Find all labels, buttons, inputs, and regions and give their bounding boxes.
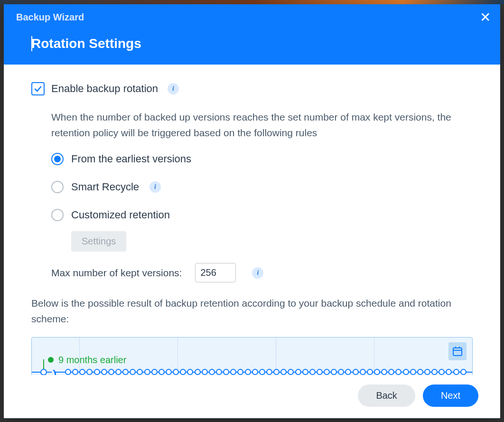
timeline-dot xyxy=(144,369,150,375)
timeline-dot xyxy=(374,369,380,375)
timeline-dot xyxy=(302,369,308,375)
timeline-dot xyxy=(202,369,208,375)
timeline-dot xyxy=(367,369,373,375)
radio-custom-label: Customized retention xyxy=(71,207,170,223)
max-versions-input[interactable] xyxy=(195,263,236,282)
timeline-dot xyxy=(280,369,287,375)
timeline-dot xyxy=(424,369,430,375)
timeline-dot xyxy=(353,369,359,375)
page-title: Rotation Settings xyxy=(4,23,500,65)
timeline-dot xyxy=(101,369,107,375)
timeline-dots xyxy=(65,369,467,375)
timeline-dot xyxy=(331,369,337,375)
max-versions-label: Max number of kept versions: xyxy=(51,265,182,281)
next-button[interactable]: Next xyxy=(423,384,478,407)
radio-earliest-label: From the earliest versions xyxy=(71,151,191,167)
timeline-dot xyxy=(245,369,251,375)
enable-checkbox[interactable] xyxy=(31,82,45,95)
timeline-dot xyxy=(137,369,143,375)
radio-smart-label: Smart Recycle xyxy=(71,179,139,195)
timeline-start-text: 9 months earlier xyxy=(58,353,126,367)
timeline-dot xyxy=(417,369,423,375)
timeline-dot xyxy=(252,369,258,375)
header-top: Backup Wizard xyxy=(4,4,500,23)
timeline-dot xyxy=(230,369,236,375)
timeline-dot xyxy=(360,369,366,375)
timeline-dot xyxy=(273,369,280,375)
timeline-break-icon: )) xyxy=(52,366,55,375)
timeline-dot xyxy=(324,369,330,375)
timeline-dot xyxy=(180,369,186,375)
backdrop xyxy=(0,0,504,4)
radio-earliest[interactable] xyxy=(51,153,64,165)
timeline-dot xyxy=(108,369,114,375)
wizard-modal: Backup Wizard ✕ Rotation Settings Enable… xyxy=(4,4,500,418)
header: Backup Wizard ✕ Rotation Settings xyxy=(4,4,500,65)
timeline-start-label: 9 months earlier xyxy=(48,353,126,367)
timeline-dot xyxy=(410,369,416,375)
timeline-dot xyxy=(151,369,158,375)
timeline-description: Below is the possible result of backup r… xyxy=(31,296,473,327)
timeline-dot xyxy=(395,369,401,375)
timeline-dot xyxy=(237,369,243,375)
timeline-dot xyxy=(223,369,229,375)
timeline-start-dot xyxy=(40,369,47,375)
timeline-dot xyxy=(173,369,179,375)
enable-label: Enable backup rotation xyxy=(51,81,158,96)
timeline-dot xyxy=(115,369,121,375)
timeline-dot xyxy=(259,369,265,375)
timeline-dot xyxy=(72,369,78,375)
timeline-dot xyxy=(187,369,193,375)
timeline-dot xyxy=(266,369,272,375)
timeline-dot xyxy=(288,369,294,375)
timeline-dot xyxy=(130,369,136,375)
footer: Back Next xyxy=(4,375,500,418)
info-icon[interactable]: i xyxy=(149,181,161,193)
timeline-dot xyxy=(446,369,452,375)
timeline-dot xyxy=(381,369,387,375)
timeline-dot xyxy=(338,369,344,375)
timeline-stem xyxy=(43,359,44,370)
window-title: Backup Wizard xyxy=(16,12,84,23)
body: Enable backup rotation i When the number… xyxy=(4,65,500,375)
timeline-dot xyxy=(86,369,93,375)
timeline-dot xyxy=(453,369,459,375)
text-cursor xyxy=(31,36,32,51)
enable-row: Enable backup rotation i xyxy=(31,81,473,96)
timeline-dot xyxy=(65,369,71,375)
timeline-dot xyxy=(388,369,394,375)
close-icon[interactable]: ✕ xyxy=(480,11,491,24)
info-icon[interactable]: i xyxy=(252,267,263,279)
timeline-dot xyxy=(345,369,351,375)
description-text: When the number of backed up versions re… xyxy=(51,110,473,141)
timeline-dot xyxy=(460,369,467,375)
timeline-dot xyxy=(94,369,100,375)
radio-smart[interactable] xyxy=(51,181,64,193)
timeline-dot xyxy=(122,369,129,375)
settings-button: Settings xyxy=(71,231,126,252)
timeline-inner: 8 weeks earlier 6 weeks earlier 4 weeks … xyxy=(32,338,472,375)
timeline-dot xyxy=(216,369,222,375)
settings-button-wrap: Settings xyxy=(71,231,473,252)
timeline-dot xyxy=(195,369,201,375)
timeline-panel: 8 weeks earlier 6 weeks earlier 4 weeks … xyxy=(31,337,473,375)
timeline-dot xyxy=(403,369,409,375)
timeline-dot xyxy=(209,369,215,375)
timeline-dot xyxy=(79,369,85,375)
max-versions-row: Max number of kept versions: i xyxy=(51,263,473,282)
timeline-dot xyxy=(431,369,438,375)
page-title-text: Rotation Settings xyxy=(31,36,141,51)
back-button[interactable]: Back xyxy=(358,384,415,407)
info-icon[interactable]: i xyxy=(168,83,179,94)
timeline-dot xyxy=(439,369,445,375)
timeline-dot xyxy=(295,369,301,375)
timeline-dot xyxy=(159,369,165,375)
green-dot-icon xyxy=(48,357,54,363)
timeline-dot xyxy=(309,369,316,375)
radio-custom[interactable] xyxy=(51,209,64,221)
radio-earliest-row: From the earliest versions xyxy=(51,151,473,167)
timeline-dot xyxy=(166,369,172,375)
radio-smart-row: Smart Recycle i xyxy=(51,179,473,195)
radio-custom-row: Customized retention xyxy=(51,207,473,223)
timeline-dot xyxy=(317,369,323,375)
